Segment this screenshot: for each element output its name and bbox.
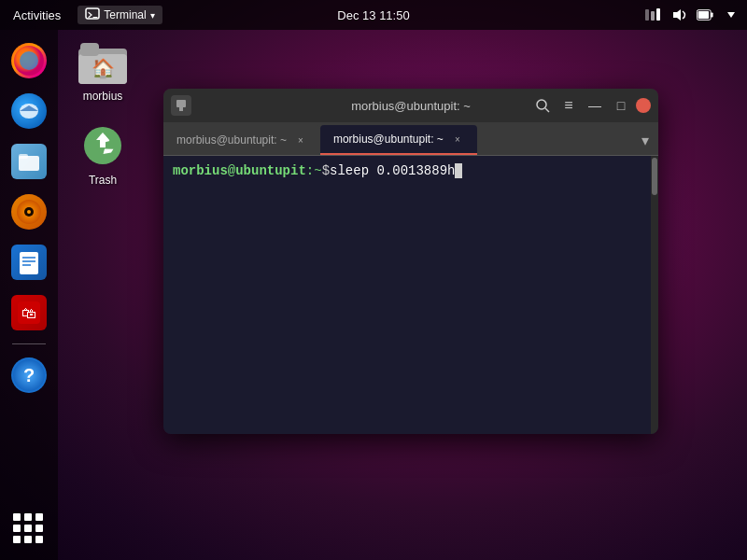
terminal-taskbar-arrow: ▾ xyxy=(150,10,155,21)
svg-rect-31 xyxy=(176,100,186,107)
terminal-prompt: morbius@ubuntupit :~ $ sleep 0.0013889h xyxy=(173,163,649,178)
svg-text:🛍: 🛍 xyxy=(21,305,36,321)
apps-dot xyxy=(35,513,43,521)
topbar-right xyxy=(644,7,740,23)
dock-separator xyxy=(12,343,46,344)
volume-svg xyxy=(670,7,687,23)
apps-dot xyxy=(24,525,32,532)
apps-dot xyxy=(13,525,21,532)
network-icon[interactable] xyxy=(644,7,661,23)
scrollbar-thumb[interactable] xyxy=(652,158,657,195)
desktop-icons: 🏠 morbius Trash xyxy=(65,37,140,187)
battery-icon[interactable] xyxy=(697,7,713,23)
terminal-minimize-button[interactable]: — xyxy=(584,94,606,117)
svg-rect-2 xyxy=(645,9,649,21)
terminal-maximize-button[interactable]: □ xyxy=(610,94,632,117)
dock-item-rhythmbox[interactable] xyxy=(7,190,50,233)
activities-button[interactable]: Activities xyxy=(7,8,66,22)
volume-icon[interactable] xyxy=(670,7,687,23)
software-center-icon: 🛍 xyxy=(11,295,47,330)
dock-item-software[interactable]: 🛍 xyxy=(7,291,50,334)
apps-dot xyxy=(35,536,43,543)
svg-point-33 xyxy=(537,100,546,109)
rhythmbox-icon xyxy=(11,194,47,230)
battery-svg xyxy=(697,8,713,21)
firefox-icon xyxy=(11,43,47,78)
apps-grid-icon xyxy=(11,511,47,547)
dropdown-arrow-svg xyxy=(726,9,737,21)
svg-rect-18 xyxy=(20,252,38,274)
svg-text:🏠: 🏠 xyxy=(92,57,115,79)
dock-item-files[interactable] xyxy=(7,140,50,183)
terminal-title: morbius@ubuntupit: ~ xyxy=(351,99,471,113)
terminal-cursor xyxy=(455,163,462,178)
terminal-titlebar: morbius@ubuntupit: ~ ≡ — □ xyxy=(163,89,658,122)
network-svg xyxy=(644,7,661,23)
svg-rect-4 xyxy=(656,8,660,21)
terminal-body[interactable]: morbius@ubuntupit :~ $ sleep 0.0013889h xyxy=(163,156,658,434)
svg-point-11 xyxy=(20,51,38,70)
terminal-titlebar-controls: ≡ — □ xyxy=(531,94,651,117)
svg-line-34 xyxy=(545,108,549,112)
terminal-tab-add[interactable]: ▾ xyxy=(632,125,658,155)
terminal-tab-1[interactable]: morbius@ubuntupit: ~ × xyxy=(163,125,320,155)
terminal-tabs: morbius@ubuntupit: ~ × morbius@ubuntupit… xyxy=(163,122,658,156)
prompt-user: morbius@ubuntupit xyxy=(173,163,306,178)
desktop-icon-morbius[interactable]: 🏠 morbius xyxy=(65,37,140,103)
svg-rect-14 xyxy=(19,154,28,159)
desktop-icon-label-trash: Trash xyxy=(89,174,117,187)
terminal-titlebar-left xyxy=(171,95,191,116)
terminal-close-button[interactable] xyxy=(636,98,651,113)
terminal-menu-button[interactable]: ≡ xyxy=(557,94,580,117)
terminal-taskbar-icon xyxy=(85,7,100,22)
svg-marker-9 xyxy=(727,12,735,18)
prompt-dollar: $ xyxy=(322,163,330,178)
help-icon: ? xyxy=(11,357,47,393)
dock-item-thunderbird[interactable] xyxy=(7,90,50,133)
apps-dot xyxy=(35,525,43,532)
topbar-datetime[interactable]: Dec 13 11:50 xyxy=(337,8,409,22)
terminal-tab-1-label: morbius@ubuntupit: ~ xyxy=(176,133,287,147)
trash-icon xyxy=(78,121,127,170)
svg-text:?: ? xyxy=(23,365,35,385)
topbar: Activities Terminal ▾ Dec 13 11:50 xyxy=(0,0,747,30)
svg-point-17 xyxy=(27,210,31,214)
svg-marker-5 xyxy=(673,9,681,21)
desktop: Activities Terminal ▾ Dec 13 11:50 xyxy=(0,0,747,560)
writer-icon xyxy=(11,245,47,280)
system-menu-icon[interactable] xyxy=(723,7,740,23)
terminal-search-button[interactable] xyxy=(531,94,554,117)
svg-rect-8 xyxy=(711,13,712,18)
desktop-icon-trash[interactable]: Trash xyxy=(65,121,140,187)
apps-dot xyxy=(13,513,21,521)
terminal-tab-2-label: morbius@ubuntupit: ~ xyxy=(333,133,444,146)
dock-item-firefox[interactable] xyxy=(7,39,50,82)
terminal-tab-2-close[interactable]: × xyxy=(451,133,464,146)
apps-dot xyxy=(24,536,32,543)
svg-rect-28 xyxy=(80,43,99,56)
dock-item-apps-grid[interactable] xyxy=(7,508,50,551)
thunderbird-icon xyxy=(11,93,47,129)
terminal-scrollbar[interactable] xyxy=(651,156,658,434)
terminal-tab-1-close[interactable]: × xyxy=(294,133,307,147)
prompt-path: :~ xyxy=(306,163,322,178)
home-folder-icon: 🏠 xyxy=(78,37,127,86)
apps-dot xyxy=(13,536,21,543)
topbar-left: Activities Terminal ▾ xyxy=(7,6,162,24)
terminal-tab-2[interactable]: morbius@ubuntupit: ~ × xyxy=(320,125,477,155)
terminal-window[interactable]: morbius@ubuntupit: ~ ≡ — □ morbius@ubunt… xyxy=(163,89,658,434)
dock-item-help[interactable]: ? xyxy=(7,354,50,397)
svg-rect-32 xyxy=(179,107,183,111)
svg-rect-3 xyxy=(651,11,655,21)
prompt-command: sleep 0.0013889h xyxy=(330,163,455,178)
files-icon xyxy=(11,144,47,179)
desktop-icon-label-morbius: morbius xyxy=(83,90,123,103)
terminal-pin-icon[interactable] xyxy=(171,95,191,116)
terminal-taskbar-label: Terminal xyxy=(104,8,146,21)
dock-item-writer[interactable] xyxy=(7,241,50,284)
dock: 🛍 ? xyxy=(0,30,58,560)
terminal-taskbar-button[interactable]: Terminal ▾ xyxy=(78,6,162,24)
svg-rect-7 xyxy=(698,11,709,19)
apps-dot xyxy=(24,513,32,521)
